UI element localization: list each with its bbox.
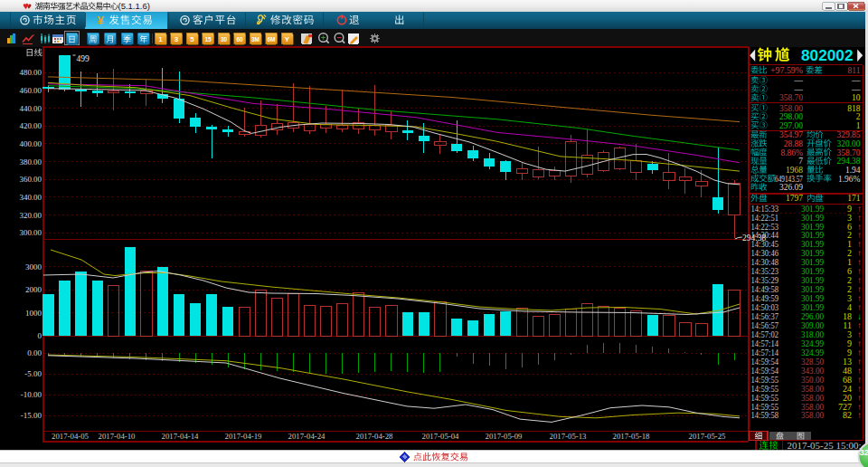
svg-text:↑: ↑ <box>857 410 862 420</box>
svg-text:294.38: 294.38 <box>742 234 766 243</box>
svg-text:460.00: 460.00 <box>20 86 42 95</box>
svg-text:811: 811 <box>848 66 861 75</box>
svg-text:320.00: 320.00 <box>836 139 860 148</box>
svg-text:30: 30 <box>221 36 228 43</box>
svg-text:1: 1 <box>856 121 861 130</box>
svg-text:-5.00: -5.00 <box>24 369 42 378</box>
svg-text:2000: 2000 <box>25 285 42 294</box>
svg-text:60: 60 <box>236 36 243 43</box>
svg-text:340.00: 340.00 <box>20 193 42 202</box>
svg-text:358.00: 358.00 <box>779 104 803 113</box>
svg-text:14:59:58: 14:59:58 <box>751 410 779 420</box>
svg-text:440.00: 440.00 <box>20 104 42 113</box>
svg-text:(5.1.1.6): (5.1.1.6) <box>118 1 150 11</box>
svg-text:—: — <box>794 85 804 94</box>
svg-text:380.00: 380.00 <box>20 157 42 167</box>
svg-text:2017-04-28: 2017-04-28 <box>356 432 393 441</box>
svg-text:¥: ¥ <box>98 14 105 27</box>
svg-text:2017-04-05: 2017-04-05 <box>52 432 89 441</box>
svg-text:3000: 3000 <box>25 262 42 272</box>
svg-text:3: 3 <box>175 35 179 43</box>
svg-text:480.00: 480.00 <box>20 68 42 77</box>
svg-text:32: 32 <box>860 447 868 457</box>
svg-text:2017-04-10: 2017-04-10 <box>99 432 136 441</box>
svg-text:2017-05-25: 2017-05-25 <box>689 432 726 441</box>
svg-text:1968: 1968 <box>786 166 803 175</box>
svg-text:298.00: 298.00 <box>779 112 803 121</box>
svg-text:2017-05-18: 2017-05-18 <box>613 432 650 441</box>
svg-text:1000: 1000 <box>25 309 42 318</box>
svg-text:297.00: 297.00 <box>779 121 803 130</box>
svg-text:10: 10 <box>852 93 861 102</box>
svg-text:420.00: 420.00 <box>20 121 42 130</box>
svg-text:2017-04-19: 2017-04-19 <box>225 432 262 441</box>
svg-text:2017-05-09: 2017-05-09 <box>486 432 523 441</box>
svg-text:358.70: 358.70 <box>779 93 803 102</box>
svg-text:Y: Y <box>285 35 290 43</box>
svg-text:5: 5 <box>190 35 194 43</box>
svg-text:329.85: 329.85 <box>836 130 860 139</box>
svg-text:6M: 6M <box>267 36 275 43</box>
svg-text:802002: 802002 <box>801 47 854 64</box>
svg-text:360.00: 360.00 <box>20 175 42 184</box>
svg-text:3M: 3M <box>251 36 259 43</box>
svg-text:28.88: 28.88 <box>784 139 804 148</box>
svg-text:320.00: 320.00 <box>20 211 42 220</box>
svg-text:7: 7 <box>798 157 803 166</box>
svg-text:1.96%: 1.96% <box>838 175 861 184</box>
svg-text:171: 171 <box>847 194 861 203</box>
svg-text:2017-05-04: 2017-05-04 <box>422 432 459 441</box>
svg-text:—: — <box>851 85 861 94</box>
svg-text:818: 818 <box>847 104 861 113</box>
svg-text:400.00: 400.00 <box>20 139 42 148</box>
svg-text:−: − <box>336 33 342 43</box>
svg-text:+97.59%: +97.59% <box>770 66 803 75</box>
svg-text:0.00: 0.00 <box>27 348 42 357</box>
svg-text:2017-05-13: 2017-05-13 <box>550 432 587 441</box>
svg-text:649143.57: 649143.57 <box>775 175 803 184</box>
svg-text:1797: 1797 <box>786 194 803 203</box>
svg-text:300.00: 300.00 <box>20 228 42 237</box>
svg-text:-10.00: -10.00 <box>21 390 42 399</box>
svg-text:2017-04-24: 2017-04-24 <box>288 432 326 441</box>
svg-text:326.09: 326.09 <box>779 183 803 192</box>
svg-text:2017-05-25 15:00:: 2017-05-25 15:00: <box>788 441 862 451</box>
svg-text:—: — <box>851 76 861 85</box>
svg-text:1.94: 1.94 <box>845 166 861 175</box>
svg-text:82: 82 <box>843 410 852 420</box>
svg-text:-15.00: -15.00 <box>21 411 42 420</box>
svg-text:2017-04-14: 2017-04-14 <box>162 432 199 441</box>
svg-text:499: 499 <box>77 54 90 63</box>
svg-text:358.00: 358.00 <box>801 410 824 420</box>
svg-text:0: 0 <box>38 331 42 340</box>
svg-text:+: + <box>321 33 326 43</box>
svg-text:354.97: 354.97 <box>779 130 803 139</box>
svg-text:2: 2 <box>856 112 861 121</box>
svg-text:294.38: 294.38 <box>836 157 860 166</box>
svg-text:15: 15 <box>204 36 212 43</box>
svg-text:—: — <box>794 76 804 85</box>
svg-text:358.70: 358.70 <box>836 148 860 157</box>
svg-text:8.86%: 8.86% <box>780 148 803 157</box>
svg-text:1: 1 <box>158 35 163 43</box>
